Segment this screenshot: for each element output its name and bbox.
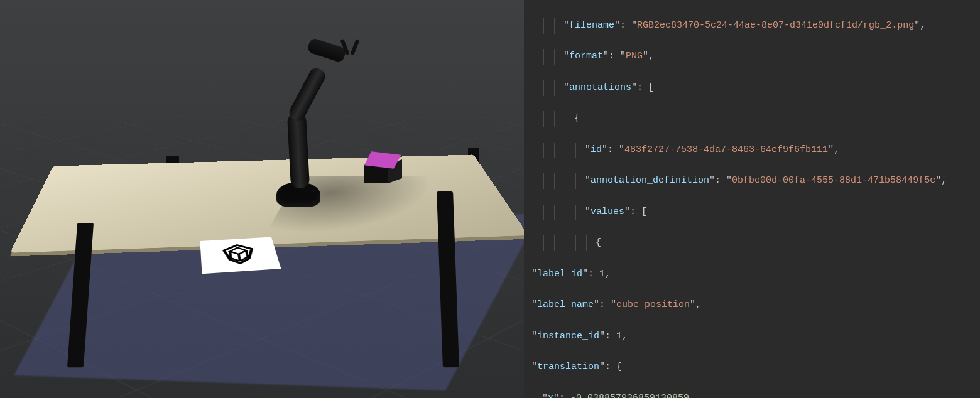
robot-link bbox=[287, 112, 310, 188]
json-key: format bbox=[569, 51, 603, 62]
json-key: annotation_definition bbox=[591, 175, 709, 186]
json-number: 1 bbox=[616, 331, 622, 342]
json-code-panel[interactable]: "filename": "RGB2ec83470-5c24-44ae-8e07-… bbox=[524, 0, 980, 398]
json-string: 0bfbe00d-00fa-4555-88d1-471b58449f5c bbox=[732, 175, 935, 186]
json-key: instance_id bbox=[537, 331, 599, 342]
json-string: PNG bbox=[626, 51, 643, 62]
json-number: 1 bbox=[599, 269, 605, 279]
json-number: -0.038857936859130859 bbox=[570, 393, 689, 398]
json-key: filename bbox=[569, 20, 614, 31]
json-string: cube_position bbox=[616, 299, 690, 310]
unity-logo-icon bbox=[219, 243, 260, 267]
json-key: label_id bbox=[537, 269, 582, 279]
json-string: 483f2727-7538-4da7-8463-64ef9f6fb111 bbox=[624, 144, 828, 155]
json-key: id bbox=[591, 144, 602, 155]
json-key: annotations bbox=[569, 82, 631, 93]
robot-arm[interactable] bbox=[251, 38, 352, 207]
json-key: values bbox=[591, 207, 624, 217]
robot-gripper bbox=[339, 38, 364, 59]
json-key: x bbox=[548, 393, 553, 398]
scene-viewport[interactable] bbox=[0, 0, 524, 398]
robot-link bbox=[287, 65, 328, 123]
json-string: RGB2ec83470-5c24-44ae-8e07-d341e0dfcf1d/… bbox=[637, 20, 914, 31]
json-key: translation bbox=[537, 362, 599, 372]
json-key: label_name bbox=[537, 299, 594, 310]
fiducial-marker bbox=[200, 237, 281, 274]
app-container: "filename": "RGB2ec83470-5c24-44ae-8e07-… bbox=[0, 0, 980, 398]
target-cube[interactable] bbox=[364, 156, 396, 183]
